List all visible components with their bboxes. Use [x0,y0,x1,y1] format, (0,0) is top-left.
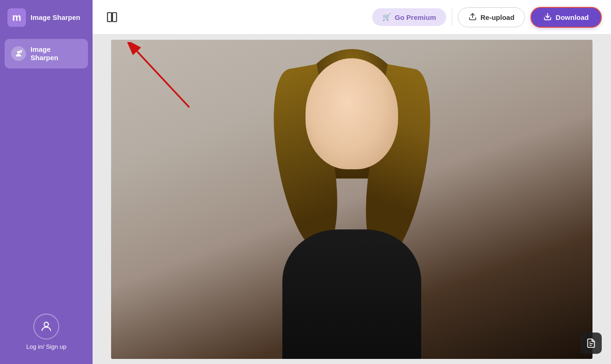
user-area[interactable]: Log in/ Sign up [26,314,67,350]
logo-area: m Image Sharpen [0,0,93,35]
upload-icon [468,12,477,22]
image-sharpen-nav-icon [11,46,26,61]
toolbar: 🛒 Go Premium Re-upload [93,0,611,35]
download-icon [543,12,552,22]
svg-rect-5 [112,12,117,22]
toolbar-divider [452,9,452,25]
logo-text: Image Sharpen [31,13,81,22]
cart-icon: 🛒 [382,13,391,21]
go-premium-button[interactable]: 🛒 Go Premium [372,8,446,26]
download-label: Download [555,13,589,21]
reupload-label: Re-upload [480,13,514,21]
sidebar: m Image Sharpen ImageSharpen Log in/ Sig… [0,0,93,364]
sidebar-item-label: ImageSharpen [31,45,58,62]
compare-button[interactable] [102,7,122,27]
body [282,229,421,359]
reupload-button[interactable]: Re-upload [458,7,525,27]
svg-rect-4 [107,12,112,22]
svg-line-2 [21,50,22,51]
svg-point-3 [44,322,48,327]
face [306,58,398,169]
logo-letter: m [12,12,21,24]
login-signup-label[interactable]: Log in/ Sign up [26,343,67,350]
image-canvas[interactable] [111,40,592,359]
notes-button[interactable] [580,333,602,354]
go-premium-label: Go Premium [395,13,436,21]
sidebar-item-image-sharpen[interactable]: ImageSharpen [5,39,88,68]
canvas-area: 27% [93,35,611,364]
avatar [33,314,59,339]
logo-icon: m [7,8,26,27]
main-content: 🛒 Go Premium Re-upload [93,0,611,364]
download-button[interactable]: Download [530,7,602,28]
portrait-image [111,40,592,359]
